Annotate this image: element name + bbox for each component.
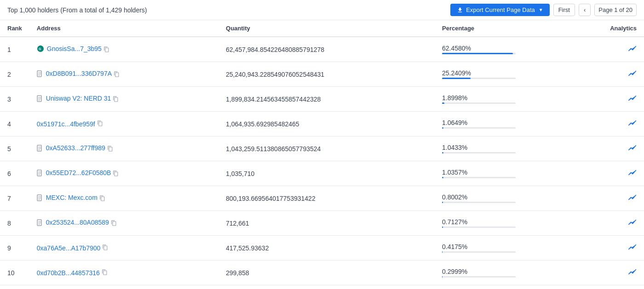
analytics-icon[interactable] [627, 45, 637, 55]
address-link[interactable]: G GnosisSa...7_3b95 [37, 45, 102, 52]
percentage-bar-track [442, 276, 516, 278]
rank-cell: 3 [0, 87, 29, 112]
percentage-bar-fill [442, 227, 443, 228]
analytics-cell [583, 261, 644, 285]
address-link[interactable]: 0xa76A5e...A17b7900 [37, 244, 101, 252]
copy-icon[interactable] [113, 96, 119, 103]
first-page-button[interactable]: First [553, 4, 575, 16]
address-link[interactable]: MEXC: Mexc.com [37, 194, 98, 201]
copy-icon[interactable] [113, 170, 119, 178]
address-link[interactable]: 0x55ED72...62F0580B [37, 169, 111, 176]
col-analytics: Analytics [583, 20, 644, 37]
percentage-bar-wrapper: 1.0357% [442, 169, 576, 178]
percentage-bar-wrapper: 1.8998% [442, 94, 576, 104]
copy-icon[interactable] [99, 195, 105, 203]
analytics-icon[interactable] [627, 194, 637, 204]
percentage-cell: 0.8002% [435, 186, 583, 211]
analytics-icon[interactable] [627, 219, 637, 228]
analytics-icon[interactable] [627, 244, 637, 253]
percentage-bar-track [442, 53, 516, 54]
percentage-cell: 1.0649% [435, 112, 583, 136]
percentage-bar-fill [442, 127, 443, 129]
address-cell: G GnosisSa...7_3b95 [29, 37, 218, 62]
percentage-bar-fill [442, 152, 443, 153]
gnosis-safe-icon: G [37, 45, 44, 52]
percentage-value: 1.0649% [442, 119, 576, 126]
table-header-row: Rank Address Quantity Percentage Analyti… [0, 20, 644, 37]
percentage-bar-fill [442, 276, 443, 278]
percentage-value: 0.7127% [442, 218, 576, 226]
address-cell: Uniswap V2: NERD 31 [29, 87, 218, 112]
address-link[interactable]: 0x253524...80A08589 [37, 219, 109, 226]
quantity-cell: 25,240,943.228549076052548431 [218, 62, 435, 87]
address-cell: 0x253524...80A08589 [29, 211, 218, 236]
analytics-cell [583, 236, 644, 261]
percentage-value: 25.2409% [442, 69, 576, 77]
rank-cell: 7 [0, 186, 29, 211]
address-link[interactable]: 0xd70b2B...44857316 [37, 269, 100, 277]
copy-icon[interactable] [111, 220, 117, 227]
percentage-cell: 0.7127% [435, 211, 583, 236]
top-bar-actions: Export Current Page Data ▼ First ‹ Page … [450, 4, 637, 16]
top-bar: Top 1,000 holders (From a total of 1,429… [0, 0, 644, 20]
analytics-cell [583, 62, 644, 87]
table-row: 10 0xd70b2B...44857316 299,858 0.2999% [0, 261, 644, 285]
analytics-cell [583, 211, 644, 236]
address-text: MEXC: Mexc.com [46, 194, 98, 201]
percentage-bar-track [442, 227, 516, 228]
percentage-cell: 1.0357% [435, 161, 583, 186]
analytics-cell [583, 112, 644, 136]
address-link[interactable]: 0xD8B091...336D797A [37, 70, 112, 77]
quantity-cell: 800,193.669564017753931422 [218, 186, 435, 211]
copy-icon[interactable] [102, 244, 108, 252]
address-text: 0x253524...80A08589 [46, 219, 109, 226]
percentage-bar-track [442, 177, 516, 178]
col-percentage: Percentage [435, 20, 583, 37]
percentage-value: 1.0433% [442, 144, 576, 151]
address-link[interactable]: 0xA52633...277ff989 [37, 144, 105, 152]
analytics-icon[interactable] [627, 95, 637, 104]
download-icon [457, 7, 463, 13]
prev-page-button[interactable]: ‹ [579, 4, 591, 16]
table-row: 3 Uniswap V2: NERD 31 1,899,834.21456345… [0, 87, 644, 112]
address-link[interactable]: Uniswap V2: NERD 31 [37, 95, 111, 102]
rank-cell: 5 [0, 136, 29, 161]
percentage-bar-fill [442, 177, 443, 178]
table-row: 7 MEXC: Mexc.com 800,193.669564017753931… [0, 186, 644, 211]
copy-icon[interactable] [102, 269, 108, 277]
analytics-cell [583, 37, 644, 62]
quantity-cell: 1,035,710 [218, 161, 435, 186]
analytics-icon[interactable] [627, 70, 637, 79]
copy-icon[interactable] [114, 71, 120, 79]
percentage-bar-track [442, 202, 516, 203]
percentage-cell: 62.4580% [435, 37, 583, 62]
percentage-value: 0.2999% [442, 268, 576, 275]
percentage-bar-wrapper: 25.2409% [442, 69, 576, 79]
percentage-bar-wrapper: 1.0433% [442, 144, 576, 153]
analytics-icon[interactable] [627, 145, 637, 154]
copy-icon[interactable] [104, 46, 109, 54]
percentage-value: 1.8998% [442, 94, 576, 102]
copy-icon[interactable] [107, 146, 113, 153]
quantity-cell: 1,899,834.214563455857442328 [218, 87, 435, 112]
percentage-bar-track [442, 152, 516, 153]
analytics-icon[interactable] [627, 170, 637, 179]
copy-icon[interactable] [97, 120, 103, 128]
address-link[interactable]: 0x51971c...4fbe959f [37, 120, 95, 128]
percentage-value: 62.4580% [442, 45, 576, 52]
address-text: 0x55ED72...62F0580B [46, 169, 111, 176]
percentage-bar-track [442, 102, 516, 104]
address-text: 0x51971c...4fbe959f [37, 120, 95, 128]
percentage-value: 0.4175% [442, 243, 576, 250]
address-cell: 0xa76A5e...A17b7900 [29, 236, 218, 261]
percentage-bar-wrapper: 1.0649% [442, 119, 576, 129]
analytics-icon[interactable] [627, 269, 637, 278]
percentage-bar-wrapper: 0.2999% [442, 268, 576, 278]
address-text: 0xa76A5e...A17b7900 [37, 244, 101, 252]
rank-cell: 4 [0, 112, 29, 136]
quantity-cell: 1,064,935.692985482465 [218, 112, 435, 136]
rank-cell: 6 [0, 161, 29, 186]
contract-icon [37, 169, 43, 176]
export-button[interactable]: Export Current Page Data ▼ [450, 4, 549, 16]
analytics-icon[interactable] [627, 120, 637, 129]
